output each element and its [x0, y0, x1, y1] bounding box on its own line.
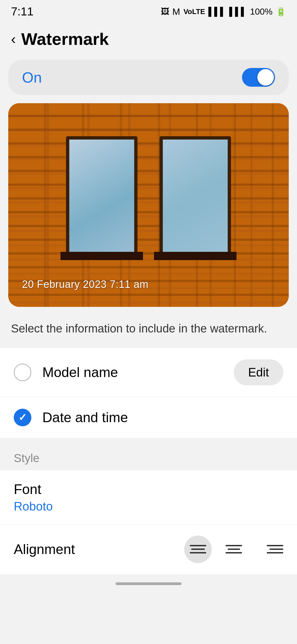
option-date-time: ✓ Date and time [0, 397, 297, 438]
signal1-icon: ▌▌▌ [208, 7, 226, 16]
window-left-sill [61, 252, 143, 260]
model-name-edit-button[interactable]: Edit [234, 359, 283, 385]
alignment-row: Alignment [0, 525, 297, 574]
font-row[interactable]: Font Roboto [0, 470, 297, 525]
windows-row [8, 136, 289, 257]
align-left-button[interactable] [184, 536, 212, 563]
align-right-button[interactable] [256, 536, 283, 563]
page-header: ‹ Watermark [0, 21, 297, 57]
back-button[interactable]: ‹ [11, 31, 16, 47]
watermark-toggle-row: On [8, 60, 289, 95]
battery-icon: 🔋 [276, 7, 286, 17]
alignment-label: Alignment [14, 541, 184, 557]
option-model-name: Model name Edit [0, 348, 297, 397]
alignment-options [184, 536, 283, 563]
checkmark-icon: ✓ [18, 412, 27, 423]
date-time-radio[interactable]: ✓ [14, 409, 31, 426]
align-right-line2 [270, 549, 283, 550]
align-left-line3 [190, 552, 206, 553]
model-name-label: Model name [42, 364, 234, 380]
description-text: Select the information to include in the… [0, 315, 297, 348]
brick-wall-background: 20 February 2023 7:11 am [8, 103, 289, 307]
page-title: Watermark [21, 29, 109, 49]
toggle-label: On [22, 69, 42, 86]
style-header-text: Style [14, 452, 39, 465]
signal2-icon: ▌▌▌ [229, 7, 247, 16]
status-time: 7:11 [11, 5, 34, 18]
align-left-line1 [190, 545, 206, 546]
preview-image: 20 February 2023 7:11 am [8, 103, 289, 307]
align-center-line1 [226, 545, 242, 546]
align-right-line3 [267, 552, 283, 553]
align-center-button[interactable] [220, 536, 248, 563]
volte-lte-icon: VoLTE [183, 7, 205, 16]
window-right [160, 136, 231, 257]
window-left [66, 136, 138, 257]
options-list: Model name Edit ✓ Date and time [0, 348, 297, 438]
window-right-wrapper [160, 136, 231, 257]
align-center-line3 [226, 552, 242, 553]
window-left-wrapper [66, 136, 138, 257]
align-right-line1 [267, 545, 283, 546]
toggle-thumb [257, 69, 274, 86]
font-label: Font [14, 481, 283, 497]
align-center-line2 [228, 549, 240, 550]
align-left-line2 [191, 549, 205, 550]
photo-icon: 🖼 [161, 7, 169, 16]
font-value: Roboto [14, 500, 283, 513]
watermark-toggle[interactable] [242, 68, 275, 87]
status-icons: 🖼 M VoLTE ▌▌▌ ▌▌▌ 100% 🔋 [161, 6, 286, 17]
date-time-label: Date and time [42, 410, 283, 425]
style-section-header: Style [0, 443, 297, 470]
home-indicator [0, 574, 297, 591]
battery-label: 100% [250, 7, 273, 17]
window-right-sill [154, 252, 237, 260]
home-bar [116, 582, 182, 585]
mail-icon: M [172, 6, 180, 17]
style-card: Font Roboto Alignment [0, 470, 297, 574]
status-bar: 7:11 🖼 M VoLTE ▌▌▌ ▌▌▌ 100% 🔋 [0, 0, 297, 21]
model-name-radio[interactable] [14, 364, 31, 381]
watermark-overlay-text: 20 February 2023 7:11 am [22, 279, 148, 290]
